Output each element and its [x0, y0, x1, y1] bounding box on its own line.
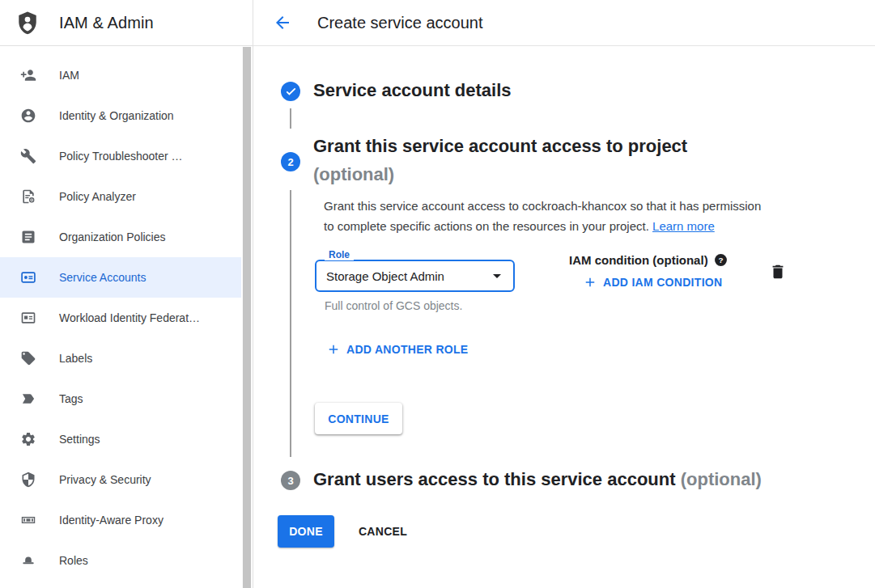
sidebar-item-label: Privacy & Security: [59, 473, 151, 486]
step2-title: Grant this service account access to pro…: [313, 132, 687, 188]
step1-complete-icon: [281, 82, 300, 101]
sidebar-scrollbar-track: [242, 47, 252, 588]
step2-number: 2: [287, 156, 293, 168]
description-line1: Grant this service account access to coc…: [324, 199, 761, 213]
step2-optional-label: (optional): [313, 160, 687, 188]
sidebar-item-service-accounts[interactable]: Service Accounts: [0, 257, 241, 298]
back-arrow-icon[interactable]: [273, 13, 292, 32]
page-title: Create service account: [317, 14, 483, 32]
sidebar-item-privacy-security[interactable]: Privacy & Security: [0, 459, 241, 500]
sidebar-item-label: Identity-Aware Proxy: [59, 514, 164, 527]
done-button[interactable]: DONE: [278, 515, 334, 548]
step3-number: 3: [287, 475, 293, 487]
sidebar-scrollbar-thumb[interactable]: [243, 47, 251, 588]
delete-role-button[interactable]: [769, 263, 787, 281]
step2-description: Grant this service account access to coc…: [324, 196, 809, 236]
sidebar-item-label: Workload Identity Federat…: [59, 311, 200, 324]
sidebar-item-label: Settings: [59, 433, 100, 446]
label-icon: [20, 350, 36, 366]
role-helper-text: Full control of GCS objects.: [325, 299, 462, 312]
step1-title: Service account details: [313, 79, 512, 102]
wizard-content: Service account details 2 Grant this ser…: [253, 46, 875, 588]
sidebar-item-label: Service Accounts: [59, 271, 146, 284]
sidebar-item-policy-analyzer[interactable]: Policy Analyzer: [0, 176, 241, 217]
svg-text:?: ?: [718, 256, 723, 264]
app-title: IAM & Admin: [59, 14, 154, 32]
sidebar-item-label: Policy Troubleshooter …: [59, 150, 183, 163]
sidebar-item-label: Tags: [59, 392, 83, 405]
plus-icon: [583, 275, 597, 290]
id-card-icon: [20, 310, 36, 326]
step-connector: [290, 108, 291, 129]
role-selected-value: Storage Object Admin: [326, 269, 487, 283]
wrench-icon: [20, 148, 36, 164]
sidebar: IAM & Admin IAM Identity & Organization: [0, 0, 253, 588]
person-add-icon: [20, 67, 36, 83]
learn-more-link[interactable]: Learn more: [652, 219, 715, 233]
policy-analyzer-icon: [20, 188, 36, 205]
chevron-down-icon: [487, 266, 507, 286]
account-circle-icon: [20, 108, 36, 124]
page-header: Create service account: [253, 0, 875, 46]
main-panel: Create service account Service account d…: [253, 0, 875, 588]
sidebar-item-label: Labels: [59, 352, 92, 365]
trash-icon: [769, 263, 787, 281]
role-select[interactable]: Storage Object Admin: [315, 260, 515, 292]
sidebar-item-label: Policy Analyzer: [59, 190, 136, 203]
sidebar-item-organization-policies[interactable]: Organization Policies: [0, 217, 241, 257]
sidebar-header: IAM & Admin: [0, 0, 253, 46]
sidebar-item-label: IAM: [59, 69, 79, 82]
add-iam-condition-label: ADD IAM CONDITION: [603, 276, 722, 289]
sidebar-item-tags[interactable]: Tags: [0, 379, 241, 419]
iam-admin-console: IAM & Admin IAM Identity & Organization: [0, 0, 875, 588]
hat-icon: [20, 552, 36, 569]
add-iam-condition-button[interactable]: ADD IAM CONDITION: [583, 275, 722, 290]
sidebar-item-workload-identity-federation[interactable]: Workload Identity Federat…: [0, 298, 241, 338]
role-field-label: Role: [325, 250, 354, 260]
sidebar-item-settings[interactable]: Settings: [0, 419, 241, 459]
sidebar-item-policy-troubleshooter[interactable]: Policy Troubleshooter …: [0, 136, 241, 176]
cancel-button[interactable]: CANCEL: [348, 515, 418, 548]
sidebar-item-label: Organization Policies: [59, 231, 166, 243]
tag-icon: [20, 391, 36, 407]
plus-icon: [326, 342, 341, 357]
sidebar-item-identity-organization[interactable]: Identity & Organization: [0, 95, 241, 136]
continue-button[interactable]: CONTINUE: [315, 403, 402, 434]
step3-number-badge: 3: [281, 471, 300, 490]
sidebar-item-labels[interactable]: Labels: [0, 338, 241, 379]
step3-optional-label: (optional): [681, 469, 762, 489]
help-icon[interactable]: ?: [714, 253, 728, 267]
sidebar-item-identity-aware-proxy[interactable]: Identity-Aware Proxy: [0, 500, 241, 540]
sidebar-nav: IAM Identity & Organization Policy Troub…: [0, 46, 253, 581]
step2-title-text: Grant this service account access to pro…: [313, 136, 687, 156]
iam-condition-header: IAM condition (optional) ?: [569, 253, 728, 267]
gear-icon: [20, 431, 36, 447]
shield-icon: [20, 472, 36, 488]
add-another-role-button[interactable]: ADD ANOTHER ROLE: [326, 342, 469, 357]
step3-title-text: Grant users access to this service accou…: [313, 469, 676, 489]
step-connector: [290, 190, 291, 457]
sidebar-item-label: Roles: [59, 554, 88, 567]
sidebar-item-roles[interactable]: Roles: [0, 540, 241, 581]
description-line2: to complete specific actions on the reso…: [324, 219, 649, 233]
step2-number-badge: 2: [281, 152, 300, 171]
service-account-icon: [20, 269, 36, 286]
sidebar-item-iam[interactable]: IAM: [0, 55, 241, 95]
step3-title: Grant users access to this service accou…: [313, 468, 762, 491]
iam-admin-logo-icon: [16, 10, 39, 36]
document-icon: [20, 229, 36, 245]
add-another-role-label: ADD ANOTHER ROLE: [346, 343, 469, 356]
proxy-icon: [20, 512, 36, 528]
sidebar-item-label: Identity & Organization: [59, 109, 174, 122]
iam-condition-label: IAM condition (optional): [569, 253, 708, 267]
